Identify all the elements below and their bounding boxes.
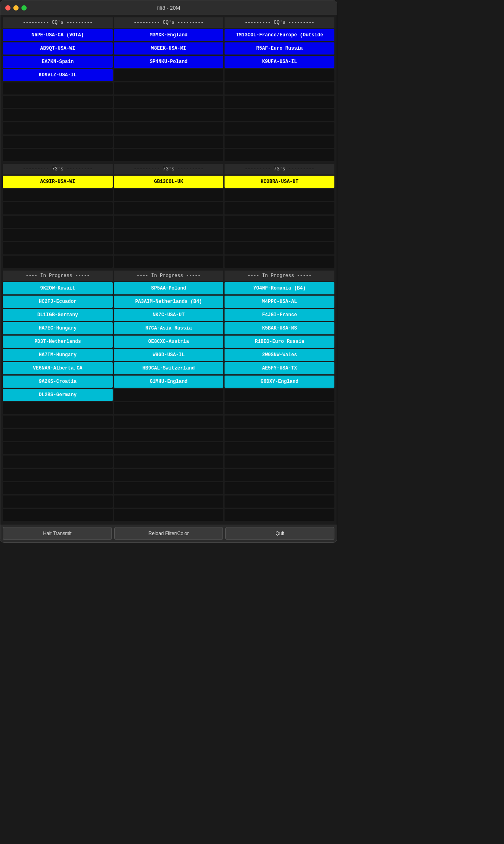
- cq-header-3: --------- CQ's ---------: [225, 17, 334, 28]
- ip-row-13: [3, 442, 334, 454]
- cq-col2-row9: [114, 136, 224, 148]
- 73s-row-7: [3, 256, 334, 268]
- cq-row-6: [3, 96, 334, 108]
- ip-col3-row14: [225, 456, 334, 468]
- 73s-header-1: --------- 73's ---------: [3, 164, 113, 174]
- cq-col1-row3[interactable]: EA7KN-Spain: [3, 56, 113, 68]
- cq-row-9: [3, 136, 334, 148]
- 73s-col2-row4: [114, 216, 224, 228]
- reload-filter-button[interactable]: Reload Filter/Color: [114, 527, 223, 540]
- ip-col2-row4[interactable]: R7CA-Asia Russia: [114, 322, 224, 334]
- ip-col1-row16: [3, 482, 113, 494]
- ip-col1-row2[interactable]: HC2FJ-Ecuador: [3, 296, 113, 308]
- 73s-col2-row7: [114, 256, 224, 268]
- ip-col2-row17: [114, 495, 224, 508]
- ip-row-3: DL1IGB-Germany NK7C-USA-UT F4JGI-France: [3, 309, 334, 321]
- cq-col3-row2[interactable]: R5AF-Euro Russia: [225, 42, 334, 55]
- cq-col3-row5: [225, 82, 334, 94]
- cq-col2-row3[interactable]: SP4NKU-Poland: [114, 56, 224, 68]
- cq-col2-row4: [114, 69, 224, 81]
- ip-col3-row13: [225, 442, 334, 454]
- cq-col3-row1[interactable]: TM13COL-France/Europe (Outside: [225, 29, 334, 41]
- ip-col1-row8[interactable]: 9A2KS-Croatia: [3, 376, 113, 388]
- ip-col2-row5[interactable]: OE8CXC-Austria: [114, 336, 224, 348]
- quit-button[interactable]: Quit: [225, 527, 334, 540]
- cq-col1-row8: [3, 122, 113, 134]
- minimize-button[interactable]: [13, 5, 19, 10]
- ip-header-1: ---- In Progress -----: [3, 271, 113, 281]
- ip-col2-row12: [114, 429, 224, 441]
- ip-col2-row6[interactable]: W9GD-USA-IL: [114, 349, 224, 361]
- ip-col1-row17: [3, 495, 113, 508]
- 73s-col1-row1[interactable]: AC9IR-USA-WI: [3, 176, 113, 188]
- cq-row-7: [3, 109, 334, 121]
- 73s-col2-row1[interactable]: GB13COL-UK: [114, 176, 224, 188]
- ip-col2-row3[interactable]: NK7C-USA-UT: [114, 309, 224, 321]
- main-content: --------- CQ's --------- --------- CQ's …: [0, 15, 337, 525]
- 73s-section-headers: --------- 73's --------- --------- 73's …: [3, 164, 334, 174]
- ip-col1-row3[interactable]: DL1IGB-Germany: [3, 309, 113, 321]
- ip-col2-row13: [114, 442, 224, 454]
- ip-col1-row5[interactable]: PD3T-Netherlands: [3, 336, 113, 348]
- ip-col2-row11: [114, 416, 224, 428]
- ip-col3-row1[interactable]: YO4NF-Romania (B4): [225, 282, 334, 294]
- ip-col1-row6[interactable]: HA7TM-Hungary: [3, 349, 113, 361]
- ip-row-9: DL2BS-Germany: [3, 389, 334, 401]
- ip-row-1: 9K2OW-Kuwait SP5AA-Poland YO4NF-Romania …: [3, 282, 334, 294]
- ip-col3-row8[interactable]: G6DXY-England: [225, 376, 334, 388]
- ip-col1-row11: [3, 416, 113, 428]
- traffic-lights: [5, 5, 27, 10]
- ip-row-8: 9A2KS-Croatia G1MHU-England G6DXY-Englan…: [3, 376, 334, 388]
- 73s-col3-row1[interactable]: KC0BRA-USA-UT: [225, 176, 334, 188]
- cq-section-headers: --------- CQ's --------- --------- CQ's …: [3, 17, 334, 28]
- ip-section-headers: ---- In Progress ----- ---- In Progress …: [3, 271, 334, 281]
- ip-col3-row17: [225, 495, 334, 508]
- ip-col1-row4[interactable]: HA7EC-Hungary: [3, 322, 113, 334]
- 73s-row-3: [3, 202, 334, 214]
- cq-col2-row2[interactable]: W8EEK-USA-MI: [114, 42, 224, 55]
- ip-col1-row1[interactable]: 9K2OW-Kuwait: [3, 282, 113, 294]
- ip-header-3: ---- In Progress -----: [225, 271, 334, 281]
- ip-row-15: [3, 469, 334, 481]
- ip-col2-row8[interactable]: G1MHU-England: [114, 376, 224, 388]
- ip-col2-row1[interactable]: SP5AA-Poland: [114, 282, 224, 294]
- cq-col1-row1[interactable]: N6PE-USA-CA (VOTA): [3, 29, 113, 41]
- 73s-col2-row6: [114, 242, 224, 254]
- ip-col2-row7[interactable]: HB9CAL-Switzerland: [114, 362, 224, 374]
- 73s-col1-row2: [3, 189, 113, 201]
- cq-col3-row6: [225, 96, 334, 108]
- ip-row-14: [3, 456, 334, 468]
- ip-col3-row4[interactable]: K5BAK-USA-MS: [225, 322, 334, 334]
- ip-col1-row7[interactable]: VE6NAR-Alberta,CA: [3, 362, 113, 374]
- cq-col1-row2[interactable]: AB9QT-USA-WI: [3, 42, 113, 55]
- ip-col3-row16: [225, 482, 334, 494]
- ip-col1-row14: [3, 456, 113, 468]
- ip-row-16: [3, 482, 334, 494]
- cq-col2-row7: [114, 109, 224, 121]
- cq-col2-row1[interactable]: M3MXK-England: [114, 29, 224, 41]
- maximize-button[interactable]: [21, 5, 27, 10]
- cq-col3-row3[interactable]: K9UFA-USA-IL: [225, 56, 334, 68]
- ip-col2-row2[interactable]: PA3AIM-Netherlands (B4): [114, 296, 224, 308]
- cq-col1-row4[interactable]: KD9VLZ-USA-IL: [3, 69, 113, 81]
- ip-col3-row3[interactable]: F4JGI-France: [225, 309, 334, 321]
- ip-col3-row15: [225, 469, 334, 481]
- ip-col3-row5[interactable]: R1BEO-Euro Russia: [225, 336, 334, 348]
- bottom-toolbar: Halt Transmit Reload Filter/Color Quit: [0, 525, 337, 542]
- 73s-row-6: [3, 242, 334, 254]
- 73s-header-3: --------- 73's ---------: [225, 164, 334, 174]
- 73s-col3-row5: [225, 229, 334, 241]
- 73s-row-5: [3, 229, 334, 241]
- ip-col1-row18: [3, 509, 113, 521]
- ip-col3-row6[interactable]: 2W0SNW-Wales: [225, 349, 334, 361]
- close-button[interactable]: [5, 5, 10, 10]
- ip-col2-row18: [114, 509, 224, 521]
- ip-col1-row9[interactable]: DL2BS-Germany: [3, 389, 113, 401]
- halt-transmit-button[interactable]: Halt Transmit: [3, 527, 112, 540]
- 73s-col2-row2: [114, 189, 224, 201]
- 73s-col1-row7: [3, 256, 113, 268]
- cq-row-8: [3, 122, 334, 134]
- 73s-col2-row5: [114, 229, 224, 241]
- ip-col3-row2[interactable]: W4PPC-USA-AL: [225, 296, 334, 308]
- ip-col3-row7[interactable]: AE5FY-USA-TX: [225, 362, 334, 374]
